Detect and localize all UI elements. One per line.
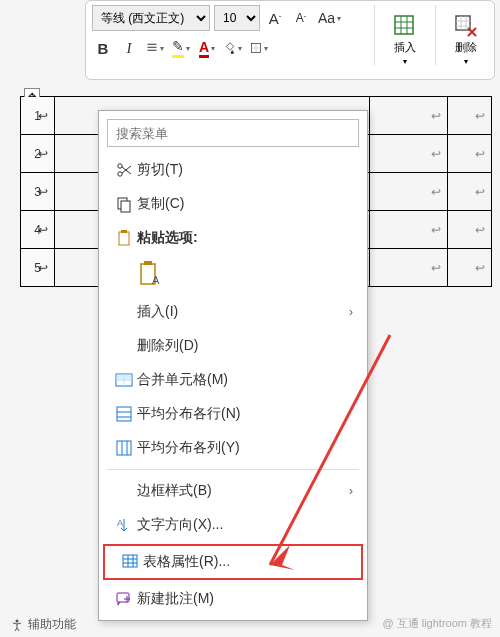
menu-label: 删除列(D) (137, 337, 353, 355)
text-direction-icon: A (111, 516, 137, 534)
scissors-icon (111, 161, 137, 179)
menu-insert[interactable]: 插入(I) › (99, 295, 367, 329)
paste-text-icon: A (137, 260, 163, 290)
svg-text:A: A (152, 274, 160, 286)
mini-toolbar: 等线 (西文正文) 10 Aˆ Aˇ Aa B I ✎ A 插入▾ 删除▾ (85, 0, 495, 80)
menu-label: 粘贴选项: (137, 229, 353, 247)
menu-table-properties[interactable]: 表格属性(R)... (103, 544, 363, 580)
insert-table-icon (393, 14, 417, 38)
menu-distribute-rows[interactable]: 平均分布各行(N) (99, 397, 367, 431)
italic-button[interactable]: I (118, 35, 140, 61)
svg-point-4 (118, 164, 122, 168)
shading-button[interactable] (222, 35, 244, 61)
decrease-font-button[interactable]: Aˇ (290, 5, 312, 31)
menu-search-input[interactable] (107, 119, 359, 147)
svg-rect-15 (117, 441, 131, 455)
font-family-select[interactable]: 等线 (西文正文) (92, 5, 210, 31)
menu-text-direction[interactable]: A 文字方向(X)... (99, 508, 367, 542)
status-bar-a11y[interactable]: 辅助功能 (10, 616, 76, 633)
svg-rect-10 (144, 261, 152, 265)
delete-button[interactable]: 删除▾ (444, 5, 488, 75)
chevron-right-icon: › (349, 484, 353, 498)
comment-icon (111, 590, 137, 608)
font-color-button[interactable]: A (196, 35, 218, 61)
watermark: @ 互通 lightroom 教程 (382, 616, 492, 631)
highlight-button[interactable]: ✎ (170, 35, 192, 61)
menu-distribute-cols[interactable]: 平均分布各列(Y) (99, 431, 367, 465)
menu-label: 文字方向(X)... (137, 516, 353, 534)
menu-label: 剪切(T) (137, 161, 353, 179)
menu-merge-cells[interactable]: 合并单元格(M) (99, 363, 367, 397)
delete-table-icon (454, 14, 478, 38)
align-button[interactable] (144, 35, 166, 61)
paste-option-keep-text[interactable]: A (99, 255, 367, 295)
accessibility-icon (10, 618, 24, 632)
menu-label: 合并单元格(M) (137, 371, 353, 389)
copy-icon (111, 195, 137, 213)
svg-rect-6 (121, 201, 130, 212)
svg-rect-14 (117, 407, 131, 421)
svg-rect-1 (395, 16, 413, 34)
menu-label: 边框样式(B) (137, 482, 349, 500)
menu-label: 复制(C) (137, 195, 353, 213)
distribute-rows-icon (111, 405, 137, 423)
svg-rect-8 (121, 230, 127, 233)
svg-rect-13 (116, 374, 132, 380)
context-menu: 剪切(T) 复制(C) 粘贴选项: A 插入(I) › 删除列(D) 合并单元格… (98, 110, 368, 621)
menu-cut[interactable]: 剪切(T) (99, 153, 367, 187)
svg-rect-17 (123, 555, 137, 567)
borders-button[interactable] (248, 35, 270, 61)
svg-point-3 (118, 172, 122, 176)
menu-paste-options: 粘贴选项: (99, 221, 367, 255)
menu-copy[interactable]: 复制(C) (99, 187, 367, 221)
menu-delete-column[interactable]: 删除列(D) (99, 329, 367, 363)
increase-font-button[interactable]: Aˆ (264, 5, 286, 31)
menu-new-comment[interactable]: 新建批注(M) (99, 582, 367, 616)
svg-point-21 (16, 619, 19, 622)
bold-button[interactable]: B (92, 35, 114, 61)
menu-label: 表格属性(R)... (143, 553, 347, 571)
svg-text:A: A (117, 518, 123, 528)
change-case-button[interactable]: Aa (316, 5, 343, 31)
menu-label: 平均分布各列(Y) (137, 439, 353, 457)
menu-label: 平均分布各行(N) (137, 405, 353, 423)
menu-label: 新建批注(M) (137, 590, 353, 608)
merge-cells-icon (111, 371, 137, 389)
menu-border-style[interactable]: 边框样式(B) › (99, 474, 367, 508)
table-properties-icon (117, 553, 143, 571)
insert-button[interactable]: 插入▾ (383, 5, 427, 75)
clipboard-icon (111, 229, 137, 247)
menu-label: 插入(I) (137, 303, 349, 321)
svg-rect-7 (119, 232, 129, 245)
distribute-cols-icon (111, 439, 137, 457)
font-size-select[interactable]: 10 (214, 5, 260, 31)
svg-rect-2 (456, 16, 470, 30)
chevron-right-icon: › (349, 305, 353, 319)
